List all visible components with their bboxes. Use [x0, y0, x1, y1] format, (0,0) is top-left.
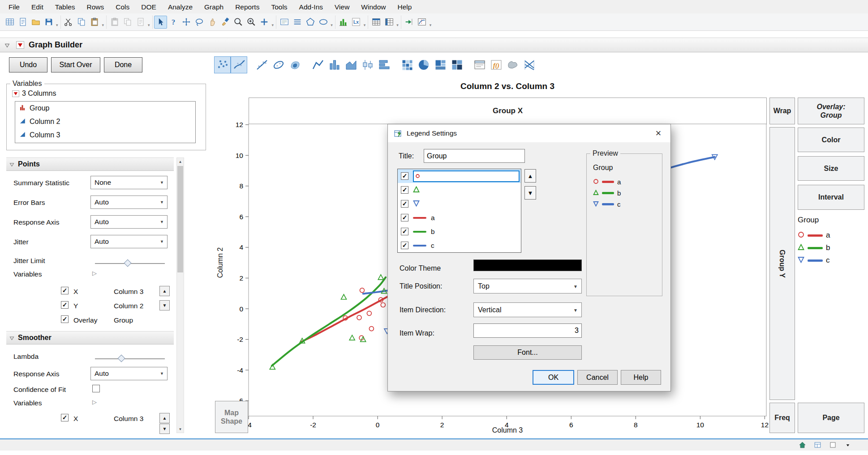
- map-shapes-element-icon[interactable]: [504, 56, 521, 73]
- legend-list-row[interactable]: ✓: [398, 197, 521, 211]
- toolbar-overflow-icon[interactable]: ▾: [272, 23, 274, 27]
- status-menu-icon[interactable]: [843, 440, 853, 450]
- legend-item-checkbox[interactable]: ✓: [401, 228, 408, 235]
- confidence-of-fit-checkbox[interactable]: [92, 385, 100, 392]
- disclosure-triangle-icon[interactable]: [8, 161, 15, 168]
- variable-group[interactable]: Group: [15, 102, 195, 115]
- freq-drop-zone[interactable]: Freq: [769, 403, 795, 433]
- legend-item-checkbox[interactable]: ✓: [401, 186, 408, 194]
- fit-model-icon[interactable]: Lx: [350, 16, 363, 29]
- line-element-icon[interactable]: [309, 56, 326, 73]
- line-of-fit-element-icon[interactable]: [254, 56, 270, 73]
- new-data-table-icon[interactable]: [3, 16, 16, 29]
- formula-element-icon[interactable]: f(): [488, 56, 504, 73]
- zoom-in-tool-icon[interactable]: [245, 16, 258, 29]
- move-item-up-button[interactable]: ▲: [524, 169, 536, 183]
- legend-title-input[interactable]: [424, 149, 525, 163]
- toolbar-overflow-icon[interactable]: ▾: [102, 23, 104, 27]
- dialog-titlebar[interactable]: Legend Settings ×: [388, 124, 670, 142]
- wrap-drop-zone[interactable]: Wrap: [769, 98, 795, 124]
- summary-statistic-dropdown[interactable]: None▼: [90, 176, 168, 189]
- toolbar-overflow-icon[interactable]: ▾: [331, 23, 333, 27]
- expand-triangle-icon[interactable]: ▷: [92, 270, 97, 276]
- menu-graph[interactable]: Graph: [198, 0, 229, 13]
- lambda-slider-track[interactable]: [95, 358, 165, 359]
- move-up-button[interactable]: ▲: [159, 286, 170, 296]
- legend-list-row[interactable]: ✓: [398, 183, 521, 197]
- brush-tool-icon[interactable]: [219, 16, 232, 29]
- run-script-icon[interactable]: [403, 16, 416, 29]
- menu-edit[interactable]: Edit: [26, 0, 49, 13]
- item-wrap-input[interactable]: [473, 323, 582, 338]
- menu-reports[interactable]: Reports: [229, 0, 265, 13]
- parallel-plot-element-icon[interactable]: [521, 56, 537, 73]
- map-shape-drop-zone[interactable]: MapShape: [215, 401, 248, 433]
- toolbar-overflow-icon[interactable]: ▾: [56, 23, 58, 27]
- start-over-button[interactable]: Start Over: [51, 57, 100, 72]
- area-element-icon[interactable]: [343, 56, 359, 73]
- annotate-text-icon[interactable]: [278, 16, 291, 29]
- legend-items-list[interactable]: ✓✓✓✓a✓b✓c: [397, 169, 521, 253]
- move-down-button[interactable]: ▼: [159, 424, 170, 434]
- help-tool-icon[interactable]: ?: [167, 16, 180, 29]
- ok-button[interactable]: OK: [533, 370, 574, 385]
- color-drop-zone[interactable]: Color: [798, 128, 864, 152]
- contour-element-icon[interactable]: [287, 56, 303, 73]
- scroll-up-icon[interactable]: ▲: [177, 158, 184, 165]
- annotate-line-icon[interactable]: [291, 16, 304, 29]
- mosaic-element-icon[interactable]: [448, 56, 465, 73]
- response-axis-dropdown[interactable]: Auto▼: [90, 215, 168, 229]
- distribution-icon[interactable]: [337, 16, 350, 29]
- toolbar-overflow-icon[interactable]: ▾: [430, 23, 432, 27]
- legend-list-row[interactable]: ✓: [398, 169, 521, 183]
- variable-column-2[interactable]: Column 2: [15, 115, 195, 128]
- move-up-button[interactable]: ▲: [159, 413, 170, 423]
- ellipse-element-icon[interactable]: [270, 56, 287, 73]
- box-plot-element-icon[interactable]: [359, 56, 376, 73]
- title-position-dropdown[interactable]: Top▼: [473, 279, 582, 293]
- caption-box-element-icon[interactable]: [471, 56, 488, 73]
- menu-analyze[interactable]: Analyze: [162, 0, 198, 13]
- menu-cols[interactable]: Cols: [110, 0, 135, 13]
- smoother-x-variable[interactable]: Column 3: [114, 415, 143, 423]
- scroll-down-icon[interactable]: ▼: [177, 425, 184, 433]
- disclosure-triangle-icon[interactable]: [8, 334, 15, 341]
- legend-list-row[interactable]: ✓b: [398, 225, 521, 238]
- smoother-element-icon[interactable]: [231, 56, 247, 73]
- tabulate-icon[interactable]: [370, 16, 382, 29]
- menu-help[interactable]: Help: [392, 0, 418, 13]
- move-down-button[interactable]: ▼: [159, 300, 170, 310]
- legend-list-row[interactable]: ✓c: [398, 238, 521, 252]
- copy-icon[interactable]: [75, 16, 88, 29]
- points-section-header[interactable]: Points: [6, 157, 174, 171]
- arrow-tool-icon[interactable]: [154, 16, 167, 29]
- smoother-section-header[interactable]: Smoother: [6, 331, 174, 344]
- points-x-checkbox[interactable]: [61, 287, 69, 294]
- undo-button[interactable]: Undo: [9, 57, 47, 72]
- legend-item-checkbox[interactable]: ✓: [401, 200, 408, 208]
- paste-special-icon[interactable]: [108, 16, 121, 29]
- menu-addins[interactable]: Add-Ins: [293, 0, 329, 13]
- points-y-variable[interactable]: Column 2: [114, 302, 143, 310]
- page-drop-zone[interactable]: Page: [798, 403, 864, 433]
- points-overlay-checkbox[interactable]: [61, 315, 69, 323]
- error-bars-dropdown[interactable]: Auto▼: [90, 196, 168, 209]
- size-drop-zone[interactable]: Size: [798, 156, 864, 181]
- item-direction-dropdown[interactable]: Vertical▼: [473, 302, 582, 317]
- menu-tools[interactable]: Tools: [265, 0, 293, 13]
- treemap-element-icon[interactable]: [432, 56, 448, 73]
- home-icon[interactable]: [797, 440, 807, 450]
- points-y-checkbox[interactable]: [61, 301, 69, 309]
- font-button[interactable]: Font...: [473, 345, 582, 360]
- legend-item-label-input[interactable]: [421, 172, 519, 180]
- toolbar-overflow-icon[interactable]: ▾: [364, 23, 366, 27]
- move-item-down-button[interactable]: ▼: [524, 186, 536, 200]
- toolbar-overflow-icon[interactable]: ▾: [148, 23, 150, 27]
- menu-view[interactable]: View: [329, 0, 355, 13]
- collapse-triangle-icon[interactable]: [4, 42, 11, 49]
- variable-column-3[interactable]: Column 3: [15, 128, 195, 142]
- close-icon[interactable]: ×: [652, 127, 665, 140]
- expand-triangle-icon[interactable]: ▷: [92, 399, 97, 405]
- color-theme-swatch[interactable]: [473, 259, 582, 271]
- smoother-response-axis-dropdown[interactable]: Auto▼: [90, 367, 168, 380]
